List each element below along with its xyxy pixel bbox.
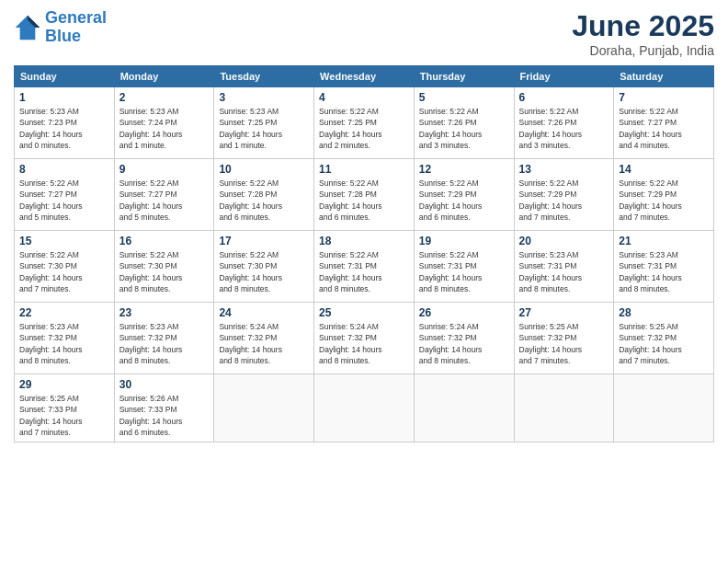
day-info: Sunrise: 5:23 AMSunset: 7:32 PMDaylight:… — [19, 321, 109, 366]
day-info: Sunrise: 5:22 AMSunset: 7:30 PMDaylight:… — [19, 249, 109, 294]
day-number: 8 — [19, 163, 109, 176]
day-info: Sunrise: 5:23 AMSunset: 7:25 PMDaylight:… — [219, 106, 309, 151]
logo-general: General — [45, 8, 107, 27]
day-number: 17 — [219, 235, 309, 247]
day-number: 28 — [619, 306, 709, 319]
calendar-cell: 21Sunrise: 5:23 AMSunset: 7:31 PMDayligh… — [614, 231, 714, 303]
day-number: 1 — [19, 91, 109, 104]
day-number: 27 — [519, 306, 609, 319]
day-number: 16 — [119, 235, 210, 247]
calendar-cell: 2Sunrise: 5:23 AMSunset: 7:24 PMDaylight… — [114, 87, 214, 159]
day-info: Sunrise: 5:22 AMSunset: 7:29 PMDaylight:… — [519, 178, 609, 223]
day-info: Sunrise: 5:22 AMSunset: 7:31 PMDaylight:… — [319, 249, 409, 294]
day-info: Sunrise: 5:22 AMSunset: 7:27 PMDaylight:… — [619, 106, 709, 151]
page: General Blue June 2025 Doraha, Punjab, I… — [0, 0, 728, 563]
day-number: 9 — [119, 163, 210, 176]
title-block: June 2025 Doraha, Punjab, India — [572, 9, 714, 58]
day-number: 10 — [219, 163, 309, 176]
day-number: 4 — [319, 91, 409, 104]
day-info: Sunrise: 5:22 AMSunset: 7:31 PMDaylight:… — [419, 249, 509, 294]
location: Doraha, Punjab, India — [572, 43, 714, 58]
calendar-cell: 18Sunrise: 5:22 AMSunset: 7:31 PMDayligh… — [314, 231, 415, 303]
calendar-cell: 15Sunrise: 5:22 AMSunset: 7:30 PMDayligh… — [15, 231, 115, 303]
day-number: 29 — [19, 378, 109, 391]
day-info: Sunrise: 5:22 AMSunset: 7:29 PMDaylight:… — [619, 178, 709, 223]
day-number: 12 — [419, 163, 509, 176]
day-info: Sunrise: 5:23 AMSunset: 7:31 PMDaylight:… — [519, 249, 609, 294]
day-number: 11 — [319, 163, 409, 176]
day-number: 13 — [519, 163, 609, 176]
logo-blue: Blue — [45, 27, 81, 45]
day-number: 30 — [119, 378, 210, 391]
calendar-cell — [214, 374, 314, 442]
calendar-cell: 4Sunrise: 5:22 AMSunset: 7:25 PMDaylight… — [314, 87, 415, 159]
calendar-cell — [514, 374, 614, 442]
calendar-cell: 25Sunrise: 5:24 AMSunset: 7:32 PMDayligh… — [314, 303, 415, 374]
day-info: Sunrise: 5:23 AMSunset: 7:24 PMDaylight:… — [119, 106, 210, 151]
day-info: Sunrise: 5:22 AMSunset: 7:28 PMDaylight:… — [319, 178, 409, 223]
header-monday: Monday — [114, 66, 214, 87]
calendar-table: SundayMondayTuesdayWednesdayThursdayFrid… — [14, 65, 714, 442]
calendar-cell: 27Sunrise: 5:25 AMSunset: 7:32 PMDayligh… — [514, 303, 614, 374]
day-number: 26 — [419, 306, 509, 319]
calendar-cell: 11Sunrise: 5:22 AMSunset: 7:28 PMDayligh… — [314, 159, 415, 231]
day-number: 23 — [119, 306, 210, 319]
day-number: 14 — [619, 163, 709, 176]
header-wednesday: Wednesday — [314, 66, 415, 87]
calendar-week-4: 22Sunrise: 5:23 AMSunset: 7:32 PMDayligh… — [15, 303, 714, 374]
logo: General Blue — [14, 9, 107, 46]
day-info: Sunrise: 5:23 AMSunset: 7:23 PMDaylight:… — [19, 106, 109, 151]
calendar-cell: 16Sunrise: 5:22 AMSunset: 7:30 PMDayligh… — [114, 231, 214, 303]
day-info: Sunrise: 5:22 AMSunset: 7:29 PMDaylight:… — [419, 178, 509, 223]
day-info: Sunrise: 5:23 AMSunset: 7:31 PMDaylight:… — [619, 249, 709, 294]
calendar-cell: 12Sunrise: 5:22 AMSunset: 7:29 PMDayligh… — [414, 159, 514, 231]
day-info: Sunrise: 5:22 AMSunset: 7:26 PMDaylight:… — [519, 106, 609, 151]
day-number: 20 — [519, 235, 609, 247]
header-thursday: Thursday — [414, 66, 514, 87]
day-number: 25 — [319, 306, 409, 319]
day-number: 5 — [419, 91, 509, 104]
day-info: Sunrise: 5:23 AMSunset: 7:32 PMDaylight:… — [119, 321, 210, 366]
calendar-week-1: 1Sunrise: 5:23 AMSunset: 7:23 PMDaylight… — [15, 87, 714, 159]
calendar-week-5: 29Sunrise: 5:25 AMSunset: 7:33 PMDayligh… — [15, 374, 714, 442]
calendar-cell: 14Sunrise: 5:22 AMSunset: 7:29 PMDayligh… — [614, 159, 714, 231]
calendar-cell: 20Sunrise: 5:23 AMSunset: 7:31 PMDayligh… — [514, 231, 614, 303]
calendar-cell: 5Sunrise: 5:22 AMSunset: 7:26 PMDaylight… — [414, 87, 514, 159]
calendar-cell: 26Sunrise: 5:24 AMSunset: 7:32 PMDayligh… — [414, 303, 514, 374]
header-tuesday: Tuesday — [214, 66, 314, 87]
day-number: 15 — [19, 235, 109, 247]
day-number: 3 — [219, 91, 309, 104]
day-number: 18 — [319, 235, 409, 247]
calendar-cell: 29Sunrise: 5:25 AMSunset: 7:33 PMDayligh… — [15, 374, 115, 442]
calendar-week-2: 8Sunrise: 5:22 AMSunset: 7:27 PMDaylight… — [15, 159, 714, 231]
calendar-cell: 1Sunrise: 5:23 AMSunset: 7:23 PMDaylight… — [15, 87, 115, 159]
day-info: Sunrise: 5:25 AMSunset: 7:32 PMDaylight:… — [519, 321, 609, 366]
month-title: June 2025 — [572, 9, 714, 43]
header-saturday: Saturday — [614, 66, 714, 87]
day-info: Sunrise: 5:24 AMSunset: 7:32 PMDaylight:… — [219, 321, 309, 366]
calendar-cell: 13Sunrise: 5:22 AMSunset: 7:29 PMDayligh… — [514, 159, 614, 231]
calendar-week-3: 15Sunrise: 5:22 AMSunset: 7:30 PMDayligh… — [15, 231, 714, 303]
day-number: 19 — [419, 235, 509, 247]
header: General Blue June 2025 Doraha, Punjab, I… — [14, 9, 714, 58]
calendar-cell: 3Sunrise: 5:23 AMSunset: 7:25 PMDaylight… — [214, 87, 314, 159]
day-info: Sunrise: 5:22 AMSunset: 7:26 PMDaylight:… — [419, 106, 509, 151]
calendar-cell: 10Sunrise: 5:22 AMSunset: 7:28 PMDayligh… — [214, 159, 314, 231]
header-sunday: Sunday — [15, 66, 115, 87]
day-info: Sunrise: 5:25 AMSunset: 7:32 PMDaylight:… — [619, 321, 709, 366]
day-info: Sunrise: 5:22 AMSunset: 7:27 PMDaylight:… — [119, 178, 210, 223]
day-info: Sunrise: 5:22 AMSunset: 7:25 PMDaylight:… — [319, 106, 409, 151]
day-info: Sunrise: 5:22 AMSunset: 7:28 PMDaylight:… — [219, 178, 309, 223]
calendar-cell — [614, 374, 714, 442]
calendar-cell: 22Sunrise: 5:23 AMSunset: 7:32 PMDayligh… — [15, 303, 115, 374]
day-info: Sunrise: 5:25 AMSunset: 7:33 PMDaylight:… — [19, 393, 109, 438]
day-number: 24 — [219, 306, 309, 319]
calendar-cell — [414, 374, 514, 442]
calendar-cell: 9Sunrise: 5:22 AMSunset: 7:27 PMDaylight… — [114, 159, 214, 231]
day-info: Sunrise: 5:26 AMSunset: 7:33 PMDaylight:… — [119, 393, 210, 438]
calendar-cell: 23Sunrise: 5:23 AMSunset: 7:32 PMDayligh… — [114, 303, 214, 374]
day-number: 21 — [619, 235, 709, 247]
day-info: Sunrise: 5:22 AMSunset: 7:30 PMDaylight:… — [219, 249, 309, 294]
calendar-cell: 30Sunrise: 5:26 AMSunset: 7:33 PMDayligh… — [114, 374, 214, 442]
calendar-cell: 6Sunrise: 5:22 AMSunset: 7:26 PMDaylight… — [514, 87, 614, 159]
